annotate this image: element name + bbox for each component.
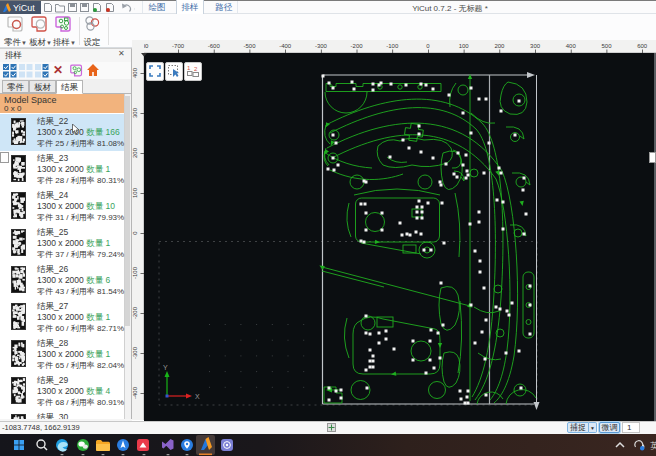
svg-text:0: 0 <box>132 231 138 235</box>
svg-text:-500: -500 <box>243 43 256 49</box>
svg-text:400: 400 <box>566 43 577 49</box>
svg-text:-200: -200 <box>351 43 364 49</box>
svg-text:Y: Y <box>163 364 168 371</box>
svg-text:0: 0 <box>426 43 430 49</box>
svg-text:500: 500 <box>601 43 612 49</box>
svg-text:-700: -700 <box>172 43 185 49</box>
svg-text:-100: -100 <box>132 266 138 279</box>
svg-text:-300: -300 <box>132 346 138 359</box>
svg-text:100: 100 <box>132 187 138 198</box>
svg-text:-400: -400 <box>279 43 292 49</box>
svg-text:300: 300 <box>530 43 541 49</box>
svg-text:200: 200 <box>494 43 505 49</box>
svg-text:-400: -400 <box>132 386 138 399</box>
svg-text:200: 200 <box>132 147 138 158</box>
svg-text:英: 英 <box>650 441 656 451</box>
svg-text:-100: -100 <box>386 43 399 49</box>
svg-text:-600: -600 <box>208 43 221 49</box>
svg-text:-300: -300 <box>315 43 328 49</box>
svg-text:400: 400 <box>132 67 138 78</box>
svg-text:600: 600 <box>637 43 648 49</box>
svg-text:100: 100 <box>459 43 470 49</box>
svg-text:300: 300 <box>132 107 138 118</box>
svg-text:-200: -200 <box>132 306 138 319</box>
svg-text:X: X <box>195 393 200 400</box>
